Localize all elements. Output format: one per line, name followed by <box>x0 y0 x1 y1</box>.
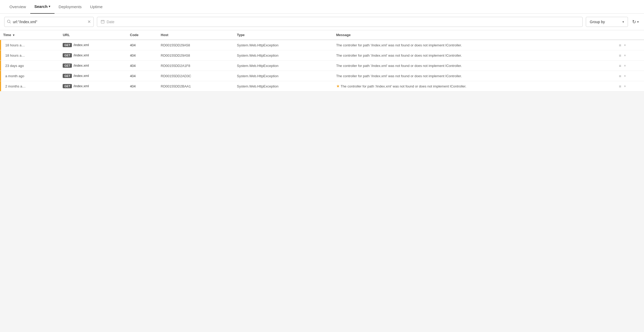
cell-url: GET/index.xml <box>60 40 127 50</box>
method-badge: GET <box>63 53 72 57</box>
col-header-code: Code <box>127 30 158 40</box>
row-indicator <box>0 81 1 91</box>
cell-message: ★The controller for path '/index.xml' wa… <box>333 81 616 91</box>
group-by-caret-icon: ▾ <box>622 20 624 24</box>
toolbar: ✕ Date Group by URL Host Code Type ▾ ↻ ▾ <box>0 14 644 30</box>
col-header-type: Type <box>234 30 333 40</box>
date-filter[interactable]: Date <box>97 17 583 27</box>
col-header-time[interactable]: Time ▾ <box>0 30 60 40</box>
cell-actions: ≡⚬ <box>616 50 644 61</box>
cell-time: 23 days ago <box>0 61 60 71</box>
nav-uptime[interactable]: Uptime <box>86 0 107 14</box>
calendar-icon <box>101 20 105 24</box>
cell-message: The controller for path '/index.xml' was… <box>333 40 616 50</box>
table-body: 18 hours a…GET/index.xml404RD00155DD29A5… <box>0 40 644 91</box>
method-badge: GET <box>63 64 72 68</box>
cell-message: The controller for path '/index.xml' was… <box>333 61 616 71</box>
cell-type: System.Web.HttpException <box>234 50 333 61</box>
cell-host: RD00155DD29A58 <box>158 50 234 61</box>
link-icon[interactable]: ⚬ <box>622 64 627 67</box>
cell-type: System.Web.HttpException <box>234 61 333 71</box>
col-header-actions <box>616 30 644 40</box>
table-row[interactable]: 18 hours a…GET/index.xml404RD00155DD29A5… <box>0 50 644 61</box>
cell-code: 404 <box>127 81 158 91</box>
cell-host: RD00155DD29A58 <box>158 40 234 50</box>
refresh-caret-icon: ▾ <box>637 20 639 24</box>
search-caret-icon: ▾ <box>49 5 50 8</box>
col-header-message: Message <box>333 30 616 40</box>
cell-message: The controller for path '/index.xml' was… <box>333 50 616 61</box>
cell-code: 404 <box>127 61 158 71</box>
link-icon[interactable]: ⚬ <box>622 85 627 88</box>
row-indicator <box>0 40 1 50</box>
method-badge: GET <box>63 84 72 88</box>
cell-host: RD00155DD2A1F8 <box>158 61 234 71</box>
details-icon[interactable]: ≡ <box>619 43 621 47</box>
cell-type: System.Web.HttpException <box>234 81 333 91</box>
cell-actions: ≡⚬ <box>616 61 644 71</box>
cell-host: RD00155DD2BAA1 <box>158 81 234 91</box>
cell-time: 18 hours a… <box>0 40 60 50</box>
star-icon: ★ <box>336 84 340 88</box>
table-header: Time ▾ URL Code Host Type Message <box>0 30 644 40</box>
col-header-url: URL <box>60 30 127 40</box>
details-icon[interactable]: ≡ <box>619 53 621 58</box>
cell-time: a month ago <box>0 71 60 81</box>
cell-actions: ≡⚬ <box>616 71 644 81</box>
cell-url: GET/index.xml <box>60 50 127 61</box>
nav-search[interactable]: Search ▾ <box>30 0 55 14</box>
cell-time: 2 months a… <box>0 81 60 91</box>
row-indicator <box>0 61 1 71</box>
nav-overview[interactable]: Overview <box>5 0 30 14</box>
method-badge: GET <box>63 74 72 78</box>
table-row[interactable]: 18 hours a…GET/index.xml404RD00155DD29A5… <box>0 40 644 50</box>
results-table-container: Time ▾ URL Code Host Type Message 18 hou… <box>0 30 644 91</box>
method-badge: GET <box>63 43 72 47</box>
details-icon[interactable]: ≡ <box>619 84 621 89</box>
cell-host: RD00155DD2AD3C <box>158 71 234 81</box>
date-placeholder: Date <box>107 20 115 24</box>
cell-time: 18 hours a… <box>0 50 60 61</box>
row-indicator <box>0 50 1 60</box>
cell-code: 404 <box>127 50 158 61</box>
sort-arrow-icon: ▾ <box>13 33 14 37</box>
cell-code: 404 <box>127 40 158 50</box>
cell-type: System.Web.HttpException <box>234 40 333 50</box>
group-by-dropdown[interactable]: Group by URL Host Code Type ▾ <box>586 17 628 27</box>
svg-rect-2 <box>101 20 104 23</box>
top-nav: Overview Search ▾ Deployments Uptime <box>0 0 644 14</box>
search-clear-button[interactable]: ✕ <box>87 20 91 24</box>
cell-actions: ≡⚬ <box>616 40 644 50</box>
refresh-icon: ↻ <box>632 19 636 25</box>
details-icon[interactable]: ≡ <box>619 74 621 78</box>
link-icon[interactable]: ⚬ <box>622 54 627 57</box>
col-header-host: Host <box>158 30 234 40</box>
cell-url: GET/index.xml <box>60 71 127 81</box>
search-box: ✕ <box>4 17 94 27</box>
table-row[interactable]: a month agoGET/index.xml404RD00155DD2AD3… <box>0 71 644 81</box>
link-icon[interactable]: ⚬ <box>622 43 627 47</box>
refresh-button[interactable]: ↻ ▾ <box>631 18 640 26</box>
table-row[interactable]: 2 months a…GET/index.xml404RD00155DD2BAA… <box>0 81 644 91</box>
nav-deployments[interactable]: Deployments <box>55 0 86 14</box>
cell-type: System.Web.HttpException <box>234 71 333 81</box>
link-icon[interactable]: ⚬ <box>622 74 627 78</box>
cell-message: The controller for path '/index.xml' was… <box>333 71 616 81</box>
row-indicator <box>0 71 1 81</box>
cell-code: 404 <box>127 71 158 81</box>
svg-line-1 <box>10 22 11 23</box>
cell-url: GET/index.xml <box>60 81 127 91</box>
details-icon[interactable]: ≡ <box>619 64 621 68</box>
search-icon <box>7 20 11 24</box>
results-table: Time ▾ URL Code Host Type Message 18 hou… <box>0 30 644 91</box>
cell-actions: ≡⚬ <box>616 81 644 91</box>
cell-url: GET/index.xml <box>60 61 127 71</box>
group-by-select[interactable]: Group by URL Host Code Type <box>590 20 620 24</box>
table-row[interactable]: 23 days agoGET/index.xml404RD00155DD2A1F… <box>0 61 644 71</box>
search-input[interactable] <box>13 20 86 24</box>
